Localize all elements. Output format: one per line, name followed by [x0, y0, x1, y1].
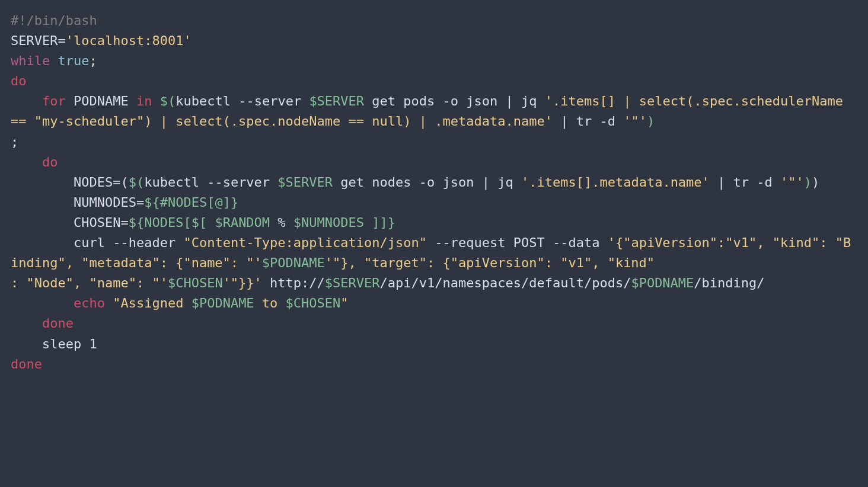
- code-token: $PODNAME: [631, 275, 694, 290]
- code-token: $(: [129, 175, 145, 190]
- code-token: get pods -o json | jq: [364, 94, 545, 108]
- code-token: NUMNODES=: [11, 195, 144, 210]
- code-token: : "Node", "name": "': [11, 275, 168, 290]
- code-token: $PODNAME: [192, 296, 254, 310]
- code-token: [11, 155, 42, 169]
- code-token: PODNAME: [66, 94, 136, 108]
- code-token: ;: [11, 134, 18, 149]
- code-token: $SERVER: [325, 275, 380, 290]
- code-token: 'localhost:8001': [66, 33, 192, 48]
- code-token: '.items[].metadata.name': [521, 175, 710, 190]
- code-token: %: [270, 215, 293, 230]
- code-token: in: [136, 94, 152, 108]
- code-token: '"}}': [223, 275, 262, 290]
- code-token: curl --header: [11, 235, 183, 250]
- code-token: $CHOSEN: [168, 275, 223, 290]
- code-token: [50, 53, 58, 68]
- code-token: [207, 215, 215, 230]
- code-token: "Content-Type:application/json": [183, 235, 427, 250]
- code-token: do: [42, 155, 58, 169]
- code-token: '"': [780, 175, 804, 190]
- code-block: #!/bin/bash SERVER='localhost:8001' whil…: [11, 11, 857, 374]
- code-token: | tr -d: [710, 175, 780, 190]
- code-token: ${#NODES[@]}: [144, 195, 238, 210]
- code-token: $PODNAME: [262, 255, 325, 270]
- code-token: ): [647, 114, 655, 129]
- code-token: $SERVER: [277, 175, 333, 190]
- code-token: true: [58, 53, 89, 68]
- code-token: ${NODES[$[: [129, 215, 207, 230]
- code-token: kubectl --server: [144, 175, 277, 190]
- code-token: [364, 215, 372, 230]
- code-token: [152, 94, 159, 108]
- code-token: for: [42, 94, 66, 108]
- code-token: done: [42, 316, 74, 331]
- code-token: $NUMNODES: [293, 215, 364, 230]
- code-token: "Assigned: [113, 296, 191, 310]
- code-token: ;: [89, 53, 97, 68]
- code-token: [11, 296, 74, 310]
- code-token: /binding/: [694, 275, 764, 290]
- code-token: '"': [623, 114, 647, 129]
- code-token: echo: [74, 296, 105, 310]
- code-token: [11, 316, 42, 331]
- code-token: ]]}: [372, 215, 395, 230]
- code-token: | tr -d: [553, 114, 623, 129]
- code-token: get nodes -o json | jq: [333, 175, 521, 190]
- code-token: [11, 94, 42, 108]
- code-token: NODES=(: [11, 175, 129, 190]
- code-token: to: [254, 296, 286, 310]
- code-token: /api/v1/namespaces/default/pods/: [380, 275, 631, 290]
- code-token: done: [11, 357, 42, 371]
- code-token: #!/bin/bash: [11, 13, 97, 28]
- code-token: ): [812, 175, 819, 190]
- code-token: kubectl --server: [175, 94, 309, 108]
- code-token: while: [11, 53, 50, 68]
- code-token: $CHOSEN: [286, 296, 341, 310]
- code-token: SERVER=: [11, 33, 66, 48]
- code-token: ": [340, 296, 348, 310]
- code-token: ): [804, 175, 812, 190]
- code-token: --request POST --data: [427, 235, 608, 250]
- code-token: $(: [160, 94, 176, 108]
- code-token: CHOSEN=: [11, 215, 129, 230]
- code-token: '"}, "target": {"apiVersion": "v1", "kin…: [325, 255, 655, 270]
- code-token: $SERVER: [309, 94, 364, 108]
- code-token: http://: [262, 275, 325, 290]
- code-token: [105, 296, 113, 310]
- code-token: $RANDOM: [215, 215, 270, 230]
- code-token: sleep 1: [11, 337, 97, 351]
- code-token: do: [11, 73, 27, 88]
